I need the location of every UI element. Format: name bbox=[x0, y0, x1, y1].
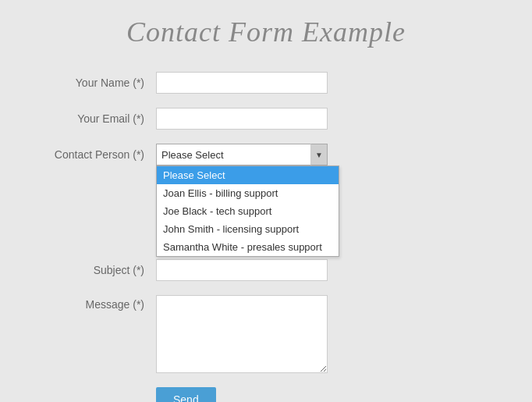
contact-select-display[interactable]: Please Select bbox=[156, 144, 328, 165]
dropdown-option-3[interactable]: John Smith - licensing support bbox=[157, 220, 339, 238]
dropdown-option-1[interactable]: Joan Ellis - billing support bbox=[157, 184, 339, 202]
message-textarea[interactable] bbox=[156, 295, 328, 373]
name-label: Your Name (*) bbox=[31, 76, 156, 89]
subject-row: Subject (*) bbox=[31, 259, 501, 281]
name-row: Your Name (*) bbox=[31, 72, 501, 94]
contact-row: Contact Person (*) Please Select ▼ Pleas… bbox=[31, 144, 501, 165]
dropdown-option-2[interactable]: Joe Black - tech support bbox=[157, 202, 339, 220]
page-title: Contact Form Example bbox=[31, 16, 501, 48]
contact-dropdown: Please Select Joan Ellis - billing suppo… bbox=[156, 165, 339, 257]
email-row: Your Email (*) bbox=[31, 108, 501, 130]
page-container: Contact Form Example Your Name (*) Your … bbox=[0, 0, 532, 402]
send-button[interactable]: Send bbox=[156, 387, 216, 402]
dropdown-option-0[interactable]: Please Select bbox=[157, 166, 339, 184]
subject-input[interactable] bbox=[156, 259, 328, 281]
message-row: Message (*) bbox=[31, 295, 501, 373]
email-input[interactable] bbox=[156, 108, 328, 130]
email-label: Your Email (*) bbox=[31, 112, 156, 125]
select-display-text: Please Select bbox=[161, 149, 224, 161]
contact-label: Contact Person (*) bbox=[31, 148, 156, 161]
send-row: Send bbox=[31, 387, 501, 402]
contact-select-wrapper: Please Select ▼ Please Select Joan Ellis… bbox=[156, 144, 328, 165]
subject-label: Subject (*) bbox=[31, 264, 156, 276]
dropdown-option-4[interactable]: Samantha White - presales support bbox=[157, 238, 339, 256]
message-label: Message (*) bbox=[31, 295, 156, 311]
name-input[interactable] bbox=[156, 72, 328, 94]
